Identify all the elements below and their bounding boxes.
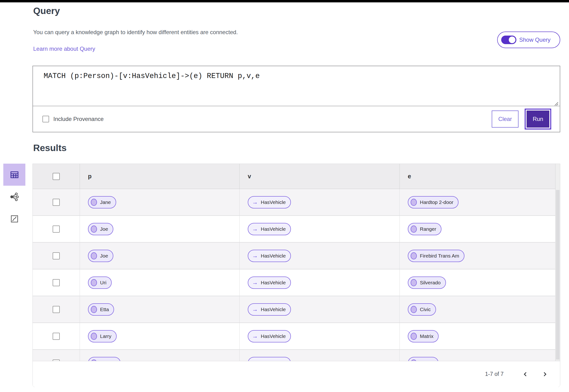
table-row: Etta → HasVehicle Civic — [33, 296, 560, 323]
node-circle-icon — [91, 252, 97, 259]
node-circle-icon — [411, 252, 417, 259]
node-circle-icon — [411, 333, 417, 340]
entity-pill[interactable]: Silverado — [408, 277, 446, 289]
node-circle-icon — [411, 199, 417, 206]
entity-label: Silverado — [420, 280, 441, 285]
column-header-e: e — [408, 173, 411, 180]
graph-view-button[interactable] — [3, 186, 25, 208]
entity-pill[interactable]: Civic — [408, 303, 436, 316]
entity-pill[interactable]: Joe — [88, 223, 113, 235]
row-checkbox[interactable] — [53, 306, 60, 313]
entity-label: Lauren — [100, 360, 115, 361]
scrollbar-thumb[interactable] — [556, 190, 559, 360]
query-textarea[interactable]: MATCH (p:Person)-[v:HasVehicle]->(e) RET… — [33, 66, 560, 107]
relationship-pill[interactable]: → HasVehicle — [248, 277, 291, 289]
relationship-label: HasVehicle — [261, 226, 286, 232]
table-view-icon — [10, 170, 19, 180]
chevron-right-icon — [542, 371, 548, 377]
entity-pill[interactable]: Firebird Trans Am — [408, 250, 464, 262]
relationship-label: HasVehicle — [261, 307, 286, 312]
entity-pill[interactable]: Matrix — [408, 357, 439, 361]
entity-label: Uri — [100, 280, 106, 285]
results-title: Results — [33, 143, 67, 153]
relationship-pill[interactable]: → HasVehicle — [248, 357, 291, 361]
relationship-pill[interactable]: → HasVehicle — [248, 303, 291, 316]
query-editor-panel: MATCH (p:Person)-[v:HasVehicle]->(e) RET… — [32, 66, 560, 132]
arrow-right-icon: → — [252, 280, 258, 285]
query-panel-footer: Include Provenance Clear Run — [33, 106, 560, 132]
show-query-toggle-button[interactable]: Show Query — [497, 31, 560, 48]
node-circle-icon — [411, 279, 417, 286]
run-button[interactable]: Run — [525, 109, 551, 129]
relationship-label: HasVehicle — [261, 280, 286, 285]
row-checkbox[interactable] — [53, 279, 60, 286]
clear-button[interactable]: Clear — [492, 111, 518, 127]
page-title: Query — [33, 6, 60, 16]
arrow-right-icon: → — [252, 199, 258, 205]
graph-view-icon — [10, 192, 19, 202]
query-description: You can query a knowledge graph to ident… — [33, 29, 238, 36]
relationship-pill[interactable]: → HasVehicle — [248, 223, 291, 235]
entity-label: Etta — [100, 307, 109, 312]
table-body-rows: Jane → HasVehicle Hardtop 2-door Joe — [33, 189, 560, 361]
table-row: Joe → HasVehicle Ranger — [33, 216, 560, 243]
node-circle-icon — [91, 225, 97, 233]
entity-pill[interactable]: Etta — [88, 303, 114, 316]
query-page: Query You can query a knowledge graph to… — [0, 0, 569, 392]
arrow-right-icon: → — [252, 253, 258, 259]
entity-pill[interactable]: Ranger — [408, 223, 442, 235]
table-row: Uri → HasVehicle Silverado — [33, 269, 560, 296]
select-all-checkbox[interactable] — [53, 173, 60, 180]
node-circle-icon — [411, 360, 417, 361]
results-table: p v e Jane → HasVehicle Hardtop 2-door — [32, 164, 560, 387]
table-row: Jane → HasVehicle Hardtop 2-door — [33, 189, 560, 216]
table-view-button[interactable] — [3, 164, 25, 186]
row-checkbox[interactable] — [53, 199, 60, 206]
node-circle-icon — [411, 306, 417, 313]
show-query-label: Show Query — [519, 37, 551, 43]
table-scrollbar[interactable] — [555, 164, 560, 361]
pagination-range-label: 1-7 of 7 — [485, 371, 504, 377]
entity-label: Hardtop 2-door — [420, 199, 453, 205]
table-row: Joe → HasVehicle Firebird Trans Am — [33, 243, 560, 269]
node-circle-icon — [91, 333, 97, 340]
chart-view-button[interactable] — [3, 208, 25, 230]
chart-view-icon — [10, 214, 19, 224]
entity-label: Ranger — [420, 226, 436, 232]
relationship-label: HasVehicle — [261, 199, 286, 205]
learn-more-link[interactable]: Learn more about Query — [33, 45, 95, 52]
include-provenance-checkbox[interactable] — [42, 116, 49, 122]
entity-pill[interactable]: Uri — [88, 277, 112, 289]
entity-label: Matrix — [420, 334, 433, 339]
entity-pill[interactable]: Joe — [88, 250, 113, 262]
row-checkbox[interactable] — [53, 252, 60, 259]
pagination-next-button[interactable] — [540, 369, 550, 379]
relationship-pill[interactable]: → HasVehicle — [248, 250, 291, 262]
column-header-p: p — [88, 173, 92, 180]
relationship-pill[interactable]: → HasVehicle — [248, 196, 291, 209]
relationship-pill[interactable]: → HasVehicle — [248, 330, 291, 342]
relationship-label: HasVehicle — [261, 253, 286, 259]
entity-label: Larry — [100, 334, 111, 339]
pagination-prev-button[interactable] — [521, 369, 530, 379]
entity-pill[interactable]: Lauren — [88, 357, 121, 361]
node-circle-icon — [91, 199, 97, 206]
window-top-edge — [0, 0, 569, 2]
entity-label: Joe — [100, 253, 108, 259]
node-circle-icon — [91, 306, 97, 313]
entity-pill[interactable]: Larry — [88, 330, 117, 342]
entity-label: Joe — [100, 226, 108, 232]
entity-pill[interactable]: Hardtop 2-door — [408, 196, 458, 209]
entity-pill[interactable]: Matrix — [408, 330, 439, 342]
toggle-switch-on-icon[interactable] — [501, 36, 516, 44]
row-checkbox[interactable] — [53, 333, 60, 340]
include-provenance-label: Include Provenance — [53, 116, 104, 122]
entity-label: Civic — [420, 307, 431, 312]
table-header-row: p v e — [33, 164, 560, 189]
entity-label: Jane — [100, 199, 111, 205]
row-checkbox[interactable] — [53, 225, 60, 233]
entity-pill[interactable]: Jane — [88, 196, 116, 209]
textarea-resize-handle-icon[interactable] — [554, 101, 559, 106]
row-checkbox[interactable] — [53, 360, 60, 361]
table-row: Lauren → HasVehicle Matrix — [33, 350, 560, 361]
